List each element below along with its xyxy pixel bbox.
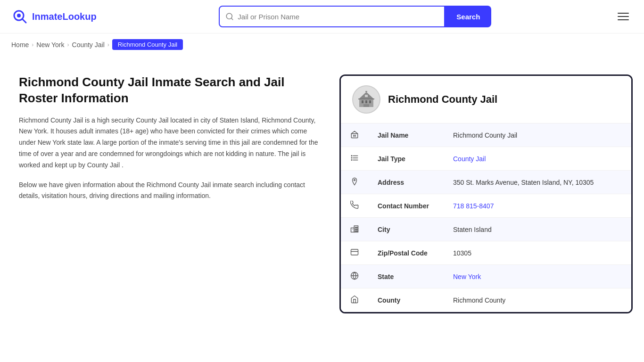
svg-rect-14 [365, 91, 367, 92]
row-value: New York [444, 265, 631, 288]
row-label: Jail Type [368, 147, 444, 171]
row-label: Contact Number [368, 194, 444, 218]
county-icon [341, 288, 368, 312]
zip-icon [341, 241, 368, 265]
table-row: State New York [341, 265, 631, 288]
search-button[interactable]: Search [445, 6, 491, 27]
breadcrumb-current: Richmond County Jail [112, 39, 183, 50]
site-header: InmateLookup Search [0, 0, 644, 33]
svg-point-24 [351, 160, 352, 161]
svg-rect-33 [355, 231, 356, 232]
table-row: Zip/Postal Code 10305 [341, 241, 631, 265]
svg-rect-29 [355, 227, 356, 228]
hamburger-menu[interactable] [614, 9, 633, 24]
table-row: Jail Type County Jail [341, 147, 631, 171]
row-value: 718 815-8407 [444, 194, 631, 218]
svg-line-2 [22, 19, 26, 23]
logo-text: InmateLookup [32, 11, 97, 22]
card-title: Richmond County Jail [388, 93, 497, 106]
search-input[interactable] [238, 13, 438, 21]
row-link[interactable]: 718 815-8407 [453, 202, 494, 210]
svg-rect-34 [357, 231, 358, 232]
row-label: City [368, 218, 444, 241]
page-heading: Richmond County Jail Inmate Search and J… [19, 74, 321, 107]
breadcrumb: Home › New York › County Jail › Richmond… [0, 33, 644, 56]
svg-rect-7 [365, 100, 367, 103]
breadcrumb-chevron-2: › [67, 41, 69, 48]
svg-rect-32 [357, 229, 358, 230]
jail-building-icon [357, 90, 376, 109]
svg-point-22 [351, 156, 352, 156]
row-label: Zip/Postal Code [368, 241, 444, 265]
hamburger-line-3 [618, 19, 629, 20]
location-icon [341, 171, 368, 194]
svg-rect-35 [351, 249, 358, 255]
breadcrumb-home[interactable]: Home [11, 41, 29, 49]
search-wrapper [219, 6, 445, 27]
hamburger-line-2 [618, 16, 629, 17]
svg-point-1 [17, 14, 21, 17]
logo-link[interactable]: InmateLookup [11, 8, 97, 25]
table-row: County Richmond County [341, 288, 631, 312]
svg-rect-8 [369, 100, 371, 103]
breadcrumb-chevron-3: › [107, 41, 109, 48]
jail-icon [341, 123, 368, 147]
description-paragraph-1: Richmond County Jail is a high security … [19, 115, 321, 171]
breadcrumb-chevron-1: › [32, 41, 33, 48]
svg-line-4 [231, 18, 233, 19]
svg-rect-11 [365, 95, 368, 97]
list-icon [341, 147, 368, 171]
breadcrumb-state[interactable]: New York [36, 41, 64, 49]
state-icon [341, 265, 368, 288]
row-label: Jail Name [368, 123, 444, 147]
info-table: Jail Name Richmond County Jail Jail Type… [341, 123, 631, 312]
main-content: Richmond County Jail Inmate Search and J… [0, 56, 644, 332]
row-label: Address [368, 171, 444, 194]
row-value: County Jail [444, 147, 631, 171]
hamburger-line-1 [618, 13, 629, 14]
svg-rect-26 [351, 228, 355, 232]
row-label: County [368, 288, 444, 312]
table-row: City Staten Island [341, 218, 631, 241]
logo-icon [11, 8, 28, 25]
svg-rect-31 [355, 229, 356, 230]
svg-rect-12 [358, 99, 374, 99]
info-card: Richmond County Jail Jail Name Richmond … [339, 74, 633, 313]
card-header: Richmond County Jail [341, 76, 631, 123]
jail-thumbnail [352, 85, 380, 114]
left-column: Richmond County Jail Inmate Search and J… [19, 74, 321, 313]
description-paragraph-2: Below we have given information about th… [19, 180, 321, 202]
svg-point-23 [351, 157, 352, 158]
row-value: Staten Island [444, 218, 631, 241]
breadcrumb-category[interactable]: County Jail [72, 41, 105, 49]
svg-point-25 [354, 180, 355, 181]
svg-rect-9 [363, 104, 369, 107]
row-value: Richmond County [444, 288, 631, 312]
row-value: Richmond County Jail [444, 123, 631, 147]
search-icon [225, 12, 234, 21]
svg-rect-30 [357, 227, 358, 228]
city-icon [341, 218, 368, 241]
phone-icon [341, 194, 368, 218]
row-label: State [368, 265, 444, 288]
row-link[interactable]: New York [453, 273, 481, 280]
table-row: Contact Number 718 815-8407 [341, 194, 631, 218]
table-row: Address 350 St. Marks Avenue, Staten Isl… [341, 171, 631, 194]
row-value: 10305 [444, 241, 631, 265]
row-link[interactable]: County Jail [453, 155, 486, 163]
search-bar: Search [219, 6, 491, 27]
table-row: Jail Name Richmond County Jail [341, 123, 631, 147]
svg-rect-6 [362, 100, 363, 103]
row-value: 350 St. Marks Avenue, Staten Island, NY,… [444, 171, 631, 194]
